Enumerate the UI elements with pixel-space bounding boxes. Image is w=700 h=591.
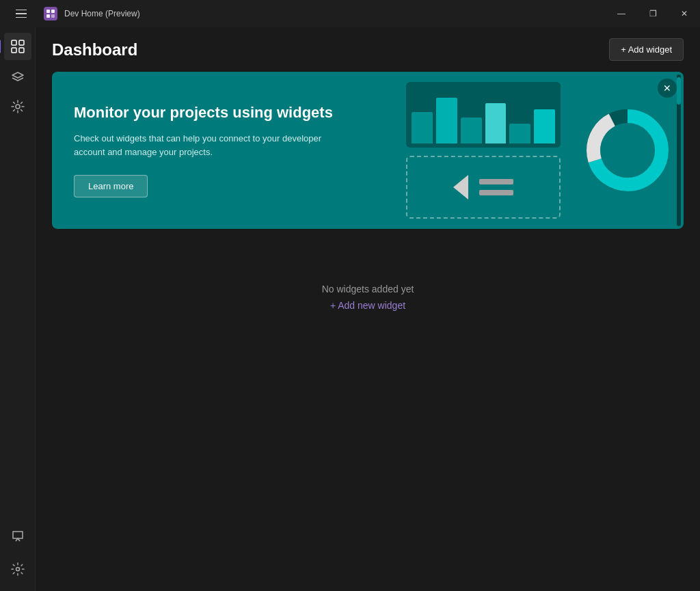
add-new-widget-link[interactable]: + Add new widget <box>330 300 405 311</box>
minimize-button[interactable]: — <box>606 0 637 27</box>
sidebar-item-settings[interactable] <box>4 555 31 583</box>
svg-rect-6 <box>19 40 24 45</box>
hamburger-icon <box>16 10 27 18</box>
banner-illustration: ✕ <box>399 72 684 229</box>
banner: Monitor your projects using widgets Chec… <box>52 72 684 229</box>
add-widget-button[interactable]: + Add widget <box>609 38 684 61</box>
banner-description: Check out widgets that can help you conn… <box>74 132 334 159</box>
sidebar <box>0 27 36 591</box>
page-title: Dashboard <box>52 40 137 59</box>
app-title: Dev Home (Preview) <box>64 9 140 18</box>
app-icon <box>44 7 57 20</box>
extensions-icon <box>11 100 25 113</box>
bar-chart-widget <box>406 82 561 148</box>
svg-rect-1 <box>46 10 50 13</box>
main-content: Dashboard + Add widget Monitor your proj… <box>36 27 700 591</box>
maximize-button[interactable]: ❐ <box>637 0 669 27</box>
svg-rect-4 <box>51 14 55 18</box>
banner-text: Monitor your projects using widgets Chec… <box>52 72 399 229</box>
title-bar-left: Dev Home (Preview) <box>5 0 140 27</box>
feedback-icon <box>11 530 25 543</box>
svg-rect-3 <box>46 14 50 18</box>
window-controls: — ❐ ✕ <box>606 0 700 27</box>
widget-mockup <box>406 82 561 219</box>
scrollbar-track[interactable] <box>677 74 681 226</box>
page-header: Dashboard + Add widget <box>36 27 700 72</box>
content-area: Monitor your projects using widgets Chec… <box>36 72 700 591</box>
lines-icon <box>479 179 513 195</box>
settings-icon <box>11 562 25 576</box>
title-bar: Dev Home (Preview) — ❐ ✕ <box>0 0 700 27</box>
svg-rect-7 <box>12 48 16 53</box>
layers-icon <box>11 70 25 83</box>
banner-close-button[interactable]: ✕ <box>658 79 677 98</box>
arrow-widget <box>406 156 561 219</box>
svg-rect-5 <box>12 40 16 45</box>
svg-point-9 <box>16 105 20 109</box>
app-layout: Dashboard + Add widget Monitor your proj… <box>0 27 700 591</box>
close-button[interactable]: ✕ <box>669 0 700 27</box>
sidebar-item-feedback[interactable] <box>4 523 31 550</box>
hamburger-button[interactable] <box>5 0 37 27</box>
svg-rect-8 <box>19 48 24 53</box>
scrollbar-thumb[interactable] <box>677 77 681 105</box>
sidebar-item-dashboard[interactable] <box>4 33 31 60</box>
left-arrow-icon <box>453 175 468 200</box>
learn-more-button[interactable]: Learn more <box>74 175 148 197</box>
grid-icon <box>11 40 25 53</box>
empty-state: No widgets added yet + Add new widget <box>52 284 684 311</box>
sidebar-item-extensions[interactable] <box>4 93 31 120</box>
svg-rect-0 <box>44 7 57 20</box>
sidebar-bottom <box>4 523 31 586</box>
donut-chart-icon <box>583 106 672 195</box>
svg-point-10 <box>16 568 19 571</box>
empty-state-message: No widgets added yet <box>322 284 414 294</box>
sidebar-item-layers[interactable] <box>4 63 31 90</box>
svg-rect-2 <box>51 10 55 13</box>
banner-heading: Monitor your projects using widgets <box>74 103 377 123</box>
